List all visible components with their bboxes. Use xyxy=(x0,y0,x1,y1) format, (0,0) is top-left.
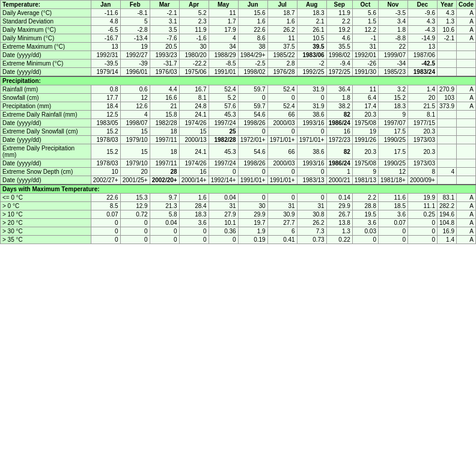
cell-value: 18 xyxy=(150,127,179,136)
cell-value: 1983/05 xyxy=(91,119,120,127)
col-header-jun: Jun xyxy=(238,1,267,9)
cell-value: 28 xyxy=(150,168,179,176)
cell-value: 0 xyxy=(407,219,437,227)
cell-value: -4.3 xyxy=(407,26,437,34)
cell-value: 26.1 xyxy=(297,26,326,34)
cell-value: 29.9 xyxy=(238,210,267,219)
table-row: Date (yyyy/dd)1978/031979/101997/112000/… xyxy=(1,136,476,144)
cell-value: 20 xyxy=(407,94,437,102)
cell-value: 9 xyxy=(352,168,378,176)
cell-value: 36.4 xyxy=(326,85,352,94)
cell-value: 1980/20 xyxy=(179,51,209,60)
table-row: > 10 °C0.070.725.818.327.929.930.930.826… xyxy=(1,210,476,219)
cell-value: 28.8 xyxy=(352,202,378,210)
cell-value: 26.2 xyxy=(267,26,297,34)
row-label: Date (yyyy/dd) xyxy=(1,136,91,144)
cell-value: 3.4 xyxy=(378,17,407,26)
cell-value: 1998/02 xyxy=(326,51,352,60)
cell-value: 1.9 xyxy=(238,227,267,236)
cell-value: 38 xyxy=(238,43,267,51)
cell-value: 8.6 xyxy=(238,34,267,43)
cell-value: 16.7 xyxy=(179,85,209,94)
cell-value: 4 xyxy=(437,168,456,176)
cell-value: 1982/28 xyxy=(209,136,238,144)
cell-value: -7.6 xyxy=(150,34,179,43)
row-label: Standard Deviation xyxy=(1,17,91,26)
cell-value: 3.2 xyxy=(378,85,407,94)
cell-value xyxy=(437,144,456,159)
cell-value: 2002/27+ xyxy=(91,176,120,185)
cell-value: 66 xyxy=(267,144,297,159)
cell-value: 54.6 xyxy=(238,144,267,159)
cell-value: 0.04 xyxy=(150,219,179,227)
cell-value: 17.4 xyxy=(352,102,378,111)
cell-value: 1971/01+ xyxy=(267,136,297,144)
cell-value: 1992/25 xyxy=(297,68,326,77)
cell-value: A xyxy=(457,202,476,210)
cell-value: 0 xyxy=(297,127,326,136)
cell-value: 15 xyxy=(120,144,150,159)
cell-value: 1991/01 xyxy=(209,68,238,77)
cell-value: 1990/25 xyxy=(378,136,407,144)
cell-value: 31 xyxy=(352,43,378,51)
cell-value: 52.4 xyxy=(267,102,297,111)
cell-value: 2000/14+ xyxy=(179,176,209,185)
cell-value: 15.3 xyxy=(120,194,150,202)
cell-value: 0.8 xyxy=(91,85,120,94)
cell-value: 19 xyxy=(352,127,378,136)
cell-value: 31.9 xyxy=(297,85,326,94)
cell-value: -2.5 xyxy=(238,60,267,68)
row-label: > 10 °C xyxy=(1,210,91,219)
cell-value: 30.8 xyxy=(297,210,326,219)
row-label: Precipitation (mm) xyxy=(1,102,91,111)
cell-value xyxy=(437,60,456,68)
cell-value: -22.2 xyxy=(179,60,209,68)
cell-value xyxy=(457,127,476,136)
cell-value: 1971/01+ xyxy=(297,136,326,144)
row-label: Extreme Minimum (°C) xyxy=(1,60,91,68)
cell-value: 0 xyxy=(150,227,179,236)
cell-value: 4.3 xyxy=(407,17,437,26)
cell-value: 2.8 xyxy=(267,60,297,68)
cell-value: 54.6 xyxy=(238,111,267,119)
table-row: Daily Average (°C)-11.6-8.1-2.15.21115.6… xyxy=(1,9,476,17)
row-label: Rainfall (mm) xyxy=(1,85,91,94)
cell-value: 12.2 xyxy=(352,26,378,34)
cell-value: 0.6 xyxy=(120,85,150,94)
cell-value: 1974/26 xyxy=(179,159,209,168)
cell-value: 0 xyxy=(120,219,150,227)
cell-value: -34 xyxy=(378,60,407,68)
cell-value: 1.6 xyxy=(267,17,297,26)
table-row: Date (yyyy/dd)1992/311992/271993/231980/… xyxy=(1,51,476,60)
cell-value: 4.8 xyxy=(91,17,120,26)
cell-value: 1979/14 xyxy=(91,68,120,77)
cell-value: 0.07 xyxy=(91,210,120,219)
cell-value: 11 xyxy=(352,85,378,94)
row-label: Extreme Daily Precipitation (mm) xyxy=(1,144,91,159)
cell-value: 30.9 xyxy=(267,210,297,219)
cell-value: 8.1 xyxy=(179,94,209,102)
table-row: Date (yyyy/dd)1979/141996/011976/031975/… xyxy=(1,68,476,77)
cell-value: 19 xyxy=(120,43,150,51)
row-label: Date (yyyy/dd) xyxy=(1,68,91,77)
cell-value: 0 xyxy=(297,194,326,202)
cell-value: 1991/01+ xyxy=(267,176,297,185)
cell-value: 82 xyxy=(326,111,352,119)
cell-value: -13.4 xyxy=(120,34,150,43)
cell-value: 21.3 xyxy=(150,202,179,210)
cell-value: 2.2 xyxy=(326,17,352,26)
row-label: Date (yyyy/dd) xyxy=(1,119,91,127)
cell-value: 1973/03 xyxy=(407,159,437,168)
cell-value: A xyxy=(457,102,476,111)
cell-value: 27.9 xyxy=(209,210,238,219)
table-row: Extreme Daily Rainfall (mm)12.5415.824.1… xyxy=(1,111,476,119)
cell-value: 1982/28 xyxy=(150,119,179,127)
cell-value: 12.9 xyxy=(120,202,150,210)
cell-value: 31 xyxy=(267,202,297,210)
cell-value: 1997/11 xyxy=(150,136,179,144)
cell-value xyxy=(457,51,476,60)
cell-value: 1975/08 xyxy=(352,159,378,168)
cell-value: 1975/08 xyxy=(352,119,378,127)
cell-value: A xyxy=(457,34,476,43)
col-header-year: Year xyxy=(437,1,456,9)
